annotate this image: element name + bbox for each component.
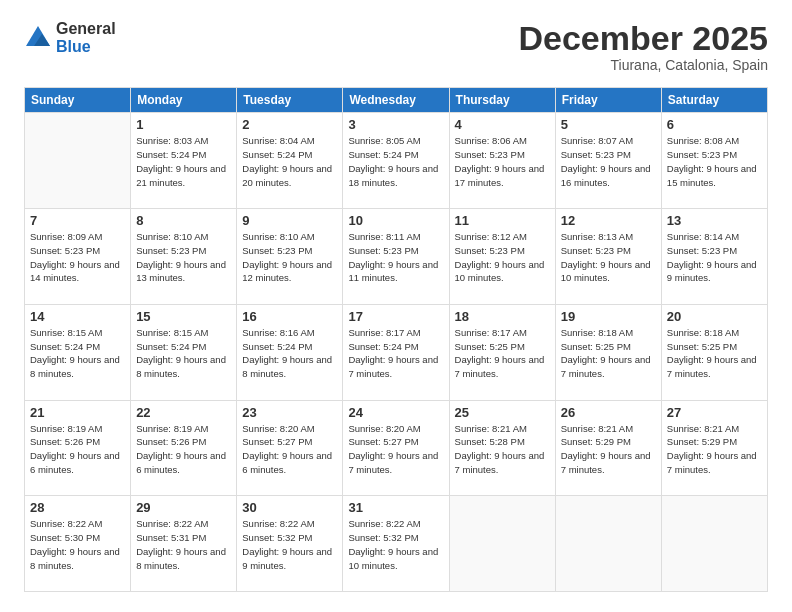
day-number: 16 — [242, 309, 337, 324]
day-info: Sunrise: 8:12 AM Sunset: 5:23 PM Dayligh… — [455, 230, 550, 285]
table-row: 27Sunrise: 8:21 AM Sunset: 5:29 PM Dayli… — [661, 400, 767, 496]
col-saturday: Saturday — [661, 88, 767, 113]
table-row: 4Sunrise: 8:06 AM Sunset: 5:23 PM Daylig… — [449, 113, 555, 209]
calendar-header-row: Sunday Monday Tuesday Wednesday Thursday… — [25, 88, 768, 113]
day-number: 19 — [561, 309, 656, 324]
day-info: Sunrise: 8:15 AM Sunset: 5:24 PM Dayligh… — [30, 326, 125, 381]
table-row: 15Sunrise: 8:15 AM Sunset: 5:24 PM Dayli… — [131, 304, 237, 400]
table-row: 1Sunrise: 8:03 AM Sunset: 5:24 PM Daylig… — [131, 113, 237, 209]
day-info: Sunrise: 8:18 AM Sunset: 5:25 PM Dayligh… — [667, 326, 762, 381]
page: General Blue December 2025 Tiurana, Cata… — [0, 0, 792, 612]
day-number: 26 — [561, 405, 656, 420]
table-row: 31Sunrise: 8:22 AM Sunset: 5:32 PM Dayli… — [343, 496, 449, 592]
day-number: 21 — [30, 405, 125, 420]
table-row: 11Sunrise: 8:12 AM Sunset: 5:23 PM Dayli… — [449, 209, 555, 305]
week-row-3: 14Sunrise: 8:15 AM Sunset: 5:24 PM Dayli… — [25, 304, 768, 400]
logo-general: General — [56, 20, 116, 38]
table-row: 23Sunrise: 8:20 AM Sunset: 5:27 PM Dayli… — [237, 400, 343, 496]
col-sunday: Sunday — [25, 88, 131, 113]
table-row: 25Sunrise: 8:21 AM Sunset: 5:28 PM Dayli… — [449, 400, 555, 496]
day-info: Sunrise: 8:19 AM Sunset: 5:26 PM Dayligh… — [30, 422, 125, 477]
table-row: 30Sunrise: 8:22 AM Sunset: 5:32 PM Dayli… — [237, 496, 343, 592]
table-row: 26Sunrise: 8:21 AM Sunset: 5:29 PM Dayli… — [555, 400, 661, 496]
table-row: 22Sunrise: 8:19 AM Sunset: 5:26 PM Dayli… — [131, 400, 237, 496]
table-row: 9Sunrise: 8:10 AM Sunset: 5:23 PM Daylig… — [237, 209, 343, 305]
day-info: Sunrise: 8:22 AM Sunset: 5:31 PM Dayligh… — [136, 517, 231, 572]
table-row: 10Sunrise: 8:11 AM Sunset: 5:23 PM Dayli… — [343, 209, 449, 305]
table-row: 3Sunrise: 8:05 AM Sunset: 5:24 PM Daylig… — [343, 113, 449, 209]
logo-icon — [24, 24, 52, 52]
table-row: 2Sunrise: 8:04 AM Sunset: 5:24 PM Daylig… — [237, 113, 343, 209]
table-row — [25, 113, 131, 209]
day-info: Sunrise: 8:13 AM Sunset: 5:23 PM Dayligh… — [561, 230, 656, 285]
day-number: 17 — [348, 309, 443, 324]
day-number: 29 — [136, 500, 231, 515]
table-row — [661, 496, 767, 592]
day-info: Sunrise: 8:20 AM Sunset: 5:27 PM Dayligh… — [348, 422, 443, 477]
title-block: December 2025 Tiurana, Catalonia, Spain — [518, 20, 768, 73]
table-row: 5Sunrise: 8:07 AM Sunset: 5:23 PM Daylig… — [555, 113, 661, 209]
table-row — [555, 496, 661, 592]
day-number: 6 — [667, 117, 762, 132]
day-number: 20 — [667, 309, 762, 324]
week-row-1: 1Sunrise: 8:03 AM Sunset: 5:24 PM Daylig… — [25, 113, 768, 209]
day-info: Sunrise: 8:14 AM Sunset: 5:23 PM Dayligh… — [667, 230, 762, 285]
logo-blue: Blue — [56, 38, 116, 56]
week-row-4: 21Sunrise: 8:19 AM Sunset: 5:26 PM Dayli… — [25, 400, 768, 496]
logo-text: General Blue — [56, 20, 116, 55]
day-info: Sunrise: 8:07 AM Sunset: 5:23 PM Dayligh… — [561, 134, 656, 189]
table-row: 17Sunrise: 8:17 AM Sunset: 5:24 PM Dayli… — [343, 304, 449, 400]
table-row: 7Sunrise: 8:09 AM Sunset: 5:23 PM Daylig… — [25, 209, 131, 305]
day-info: Sunrise: 8:21 AM Sunset: 5:29 PM Dayligh… — [667, 422, 762, 477]
table-row: 16Sunrise: 8:16 AM Sunset: 5:24 PM Dayli… — [237, 304, 343, 400]
table-row: 29Sunrise: 8:22 AM Sunset: 5:31 PM Dayli… — [131, 496, 237, 592]
day-number: 14 — [30, 309, 125, 324]
day-number: 30 — [242, 500, 337, 515]
day-info: Sunrise: 8:22 AM Sunset: 5:30 PM Dayligh… — [30, 517, 125, 572]
day-info: Sunrise: 8:17 AM Sunset: 5:25 PM Dayligh… — [455, 326, 550, 381]
day-number: 27 — [667, 405, 762, 420]
table-row: 13Sunrise: 8:14 AM Sunset: 5:23 PM Dayli… — [661, 209, 767, 305]
day-info: Sunrise: 8:09 AM Sunset: 5:23 PM Dayligh… — [30, 230, 125, 285]
col-monday: Monday — [131, 88, 237, 113]
col-tuesday: Tuesday — [237, 88, 343, 113]
day-number: 24 — [348, 405, 443, 420]
day-number: 13 — [667, 213, 762, 228]
day-number: 22 — [136, 405, 231, 420]
day-number: 9 — [242, 213, 337, 228]
day-info: Sunrise: 8:22 AM Sunset: 5:32 PM Dayligh… — [348, 517, 443, 572]
table-row: 6Sunrise: 8:08 AM Sunset: 5:23 PM Daylig… — [661, 113, 767, 209]
table-row: 24Sunrise: 8:20 AM Sunset: 5:27 PM Dayli… — [343, 400, 449, 496]
week-row-5: 28Sunrise: 8:22 AM Sunset: 5:30 PM Dayli… — [25, 496, 768, 592]
day-info: Sunrise: 8:17 AM Sunset: 5:24 PM Dayligh… — [348, 326, 443, 381]
day-number: 28 — [30, 500, 125, 515]
day-info: Sunrise: 8:22 AM Sunset: 5:32 PM Dayligh… — [242, 517, 337, 572]
day-info: Sunrise: 8:15 AM Sunset: 5:24 PM Dayligh… — [136, 326, 231, 381]
col-thursday: Thursday — [449, 88, 555, 113]
table-row: 12Sunrise: 8:13 AM Sunset: 5:23 PM Dayli… — [555, 209, 661, 305]
day-number: 31 — [348, 500, 443, 515]
header: General Blue December 2025 Tiurana, Cata… — [24, 20, 768, 73]
day-number: 1 — [136, 117, 231, 132]
day-number: 3 — [348, 117, 443, 132]
table-row: 14Sunrise: 8:15 AM Sunset: 5:24 PM Dayli… — [25, 304, 131, 400]
day-info: Sunrise: 8:03 AM Sunset: 5:24 PM Dayligh… — [136, 134, 231, 189]
month-title: December 2025 — [518, 20, 768, 57]
week-row-2: 7Sunrise: 8:09 AM Sunset: 5:23 PM Daylig… — [25, 209, 768, 305]
day-info: Sunrise: 8:04 AM Sunset: 5:24 PM Dayligh… — [242, 134, 337, 189]
day-number: 25 — [455, 405, 550, 420]
day-number: 11 — [455, 213, 550, 228]
day-info: Sunrise: 8:10 AM Sunset: 5:23 PM Dayligh… — [242, 230, 337, 285]
day-number: 23 — [242, 405, 337, 420]
day-number: 15 — [136, 309, 231, 324]
day-info: Sunrise: 8:16 AM Sunset: 5:24 PM Dayligh… — [242, 326, 337, 381]
day-info: Sunrise: 8:18 AM Sunset: 5:25 PM Dayligh… — [561, 326, 656, 381]
day-number: 2 — [242, 117, 337, 132]
table-row: 20Sunrise: 8:18 AM Sunset: 5:25 PM Dayli… — [661, 304, 767, 400]
day-info: Sunrise: 8:19 AM Sunset: 5:26 PM Dayligh… — [136, 422, 231, 477]
calendar-table: Sunday Monday Tuesday Wednesday Thursday… — [24, 87, 768, 592]
day-number: 4 — [455, 117, 550, 132]
day-info: Sunrise: 8:06 AM Sunset: 5:23 PM Dayligh… — [455, 134, 550, 189]
day-info: Sunrise: 8:05 AM Sunset: 5:24 PM Dayligh… — [348, 134, 443, 189]
logo: General Blue — [24, 20, 116, 55]
